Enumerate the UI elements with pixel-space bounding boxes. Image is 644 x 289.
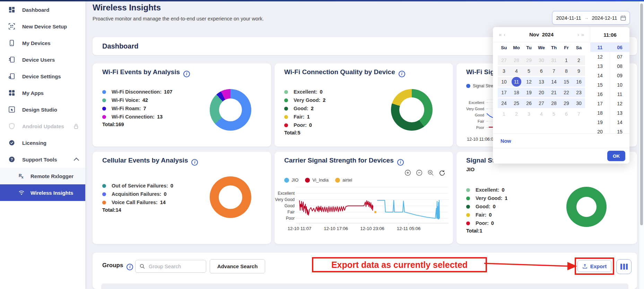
calendar-day[interactable]: 27 (498, 55, 510, 65)
prev-month-icon[interactable]: ‹ (503, 32, 506, 37)
calendar-day[interactable]: 22 (560, 88, 573, 97)
sidebar-item-my-devices[interactable]: My Devices (0, 35, 85, 51)
prev-year-icon[interactable]: « (498, 32, 503, 37)
sidebar-item-device-users[interactable]: Device Users (0, 51, 85, 68)
calendar-day[interactable]: 20 (535, 88, 548, 97)
legend-item[interactable]: Voice Call Failures:14 (102, 198, 173, 207)
info-icon[interactable] (191, 159, 198, 166)
minutes-column[interactable]: 06070809101112131415 (610, 43, 629, 133)
scrollbar-thumb[interactable] (640, 3, 643, 225)
time-option[interactable]: 14 (590, 71, 610, 80)
time-option[interactable]: 10 (610, 80, 629, 89)
date-range-start[interactable]: 2024-11-11 (556, 15, 581, 21)
date-range-end[interactable]: 2024-12-11 (592, 15, 617, 21)
time-option[interactable]: 20 (590, 127, 610, 133)
calendar-day[interactable]: 28 (548, 98, 560, 108)
month-year-label[interactable]: Nov 2024 (506, 32, 576, 37)
calendar-day[interactable]: 1 (560, 55, 573, 65)
legend-item[interactable]: Out of Service Failures:0 (102, 182, 173, 190)
time-option[interactable]: 14 (610, 117, 629, 127)
sidebar-item-design-studio[interactable]: Design Studio (0, 101, 85, 118)
calendar-day[interactable]: 29 (523, 55, 535, 65)
calendar-day[interactable]: 10 (498, 77, 510, 87)
sidebar-subitem-wireless-insights[interactable]: Wireless Insights (0, 184, 85, 201)
legend-item[interactable]: Wi-Fi Voice:42 (102, 96, 172, 104)
sidebar-subitem-remote-rxlogger[interactable]: Rx Remote Rxlogger (0, 168, 85, 184)
time-option[interactable]: 11 (610, 89, 629, 99)
next-month-icon[interactable]: › (576, 32, 580, 37)
calendar-day[interactable]: 2 (573, 55, 585, 65)
wifi-events-donut-chart[interactable] (210, 89, 251, 131)
legend-item[interactable]: Fair:1 (284, 113, 325, 121)
calendar-day[interactable]: 21 (548, 88, 560, 97)
calendar-day[interactable]: 31 (548, 55, 560, 65)
calendar-day[interactable]: 14 (548, 77, 560, 87)
advance-search-button[interactable]: Advance Search (210, 259, 265, 273)
time-option[interactable]: 19 (590, 117, 610, 127)
calendar-day[interactable]: 11 (510, 77, 523, 87)
legend-item[interactable]: Good:0 (466, 202, 507, 211)
calendar-day[interactable]: 1 (498, 109, 510, 119)
calendar-day[interactable]: 13 (535, 77, 548, 87)
export-button[interactable]: Export (577, 260, 611, 272)
time-option[interactable]: 16 (590, 89, 610, 99)
time-option[interactable]: 06 (610, 43, 629, 52)
refresh-icon[interactable] (438, 169, 445, 176)
calendar-day[interactable]: 8 (560, 66, 573, 76)
info-icon[interactable] (183, 71, 190, 77)
legend-item[interactable]: Wi-Fi Roam:7 (102, 104, 172, 113)
calendar-day[interactable]: 28 (510, 55, 523, 65)
time-option[interactable]: 12 (610, 99, 629, 108)
legend-item[interactable]: Fair:0 (466, 211, 507, 219)
time-option[interactable]: 07 (610, 52, 629, 61)
info-icon[interactable] (399, 71, 405, 77)
calendar-day[interactable]: 26 (523, 98, 535, 108)
calendar-day[interactable]: 6 (535, 66, 548, 76)
calendar-day[interactable]: 17 (498, 88, 510, 97)
calendar-day[interactable]: 30 (573, 98, 585, 108)
sidebar-item-my-apps[interactable]: My Apps (0, 85, 85, 101)
calendar-day[interactable]: 24 (498, 98, 510, 108)
time-option[interactable]: 13 (610, 108, 629, 117)
group-search-box[interactable] (135, 260, 206, 273)
calendar-day[interactable]: 6 (560, 109, 573, 119)
sidebar-item-support-tools[interactable]: ? Support Tools (0, 151, 85, 168)
time-option[interactable]: 11 (590, 43, 610, 52)
legend-item[interactable]: Poor:0 (466, 219, 507, 227)
hours-column[interactable]: 11121314151617181920 (590, 43, 610, 133)
time-option[interactable]: 17 (590, 99, 610, 108)
calendar-day[interactable]: 30 (535, 55, 548, 65)
calendar-day[interactable]: 9 (573, 66, 585, 76)
time-option[interactable]: 15 (610, 127, 629, 133)
calendar-day[interactable]: 5 (523, 66, 535, 76)
ok-button[interactable]: OK (607, 151, 625, 161)
legend-item[interactable]: Very Good:1 (466, 194, 507, 202)
legend-item[interactable]: Acquisition Failures:0 (102, 190, 173, 198)
zoom-in-icon[interactable] (404, 169, 411, 176)
calendar-day[interactable]: 29 (560, 98, 573, 108)
sidebar-item-dashboard[interactable]: Dashboard (0, 1, 85, 18)
time-option[interactable]: 13 (590, 61, 610, 71)
sidebar-item-licensing[interactable]: Licensing (0, 134, 85, 151)
sidebar-item-android-updates[interactable]: Android Updates (0, 118, 85, 134)
time-option[interactable]: 12 (590, 52, 610, 61)
calendar-day[interactable]: 25 (510, 98, 523, 108)
group-search-input[interactable] (148, 263, 201, 270)
time-option[interactable]: 09 (610, 71, 629, 80)
signal-jio-donut-chart[interactable] (566, 187, 607, 227)
calendar-day[interactable]: 4 (510, 66, 523, 76)
legend-item[interactable]: Wi-Fi Connection:13 (102, 113, 172, 121)
calendar-day[interactable]: 5 (548, 109, 560, 119)
zoom-out-icon[interactable] (416, 169, 423, 176)
calendar-day[interactable]: 23 (573, 88, 585, 97)
calendar-day[interactable]: 3 (523, 109, 535, 119)
now-link[interactable]: Now (501, 138, 511, 144)
wifi-quality-donut-chart[interactable] (391, 89, 433, 131)
legend-item[interactable]: Wi-Fi Disconnection:107 (102, 88, 172, 96)
calendar-day[interactable]: 16 (573, 77, 585, 87)
calendar-day[interactable]: 19 (523, 88, 535, 97)
legend-item[interactable]: Excellent:0 (466, 186, 507, 194)
column-view-button[interactable] (616, 259, 632, 274)
time-option[interactable]: 08 (610, 61, 629, 71)
calendar-day[interactable]: 18 (510, 88, 523, 97)
